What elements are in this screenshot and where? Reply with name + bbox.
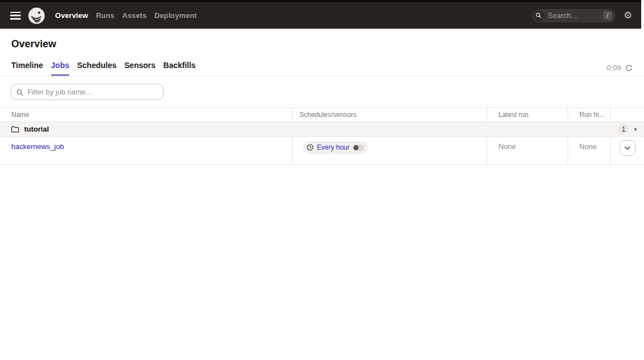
group-row-label: tutorial	[24, 125, 49, 133]
run-history-value: None	[579, 142, 597, 151]
settings-gear-icon[interactable]: ⚙	[624, 11, 632, 20]
chevron-down-icon	[624, 146, 631, 150]
filter-search-icon	[16, 88, 24, 98]
repo-group-row-tutorial[interactable]: tutorial 1 ▾	[0, 122, 644, 137]
job-name-cell: hackernews_job	[0, 137, 292, 164]
nav-item-overview[interactable]: Overview	[55, 11, 88, 20]
global-search[interactable]: /	[532, 9, 615, 22]
group-collapse-caret-icon[interactable]: ▾	[634, 127, 637, 132]
schedule-pill[interactable]: Every hour	[303, 141, 368, 154]
schedule-toggle-off[interactable]	[353, 145, 364, 151]
filter-by-job-name-input[interactable]	[11, 84, 164, 100]
hamburger-menu-icon[interactable]	[10, 12, 21, 20]
job-filter	[11, 84, 164, 100]
refresh-icon[interactable]	[625, 64, 633, 72]
column-header-actions	[610, 108, 644, 122]
table-row: hackernews_job Every hour None None	[0, 137, 644, 165]
toggle-knob	[353, 145, 359, 150]
job-schedule-cell: Every hour	[292, 137, 487, 164]
refresh-countdown-value: 0:09	[607, 64, 621, 72]
job-actions-dropdown-button[interactable]	[620, 140, 636, 156]
run-history-cell: None	[568, 137, 610, 164]
nav-item-assets[interactable]: Assets	[123, 11, 147, 20]
latest-run-value: None	[498, 142, 516, 151]
refresh-countdown: 0:09	[607, 64, 633, 76]
search-shortcut-badge: /	[604, 11, 612, 20]
top-navigation-bar: Overview Runs Assets Deployment / ⚙	[0, 0, 641, 29]
job-actions-cell	[610, 137, 644, 164]
main-nav: Overview Runs Assets Deployment	[55, 11, 197, 20]
column-header-run-history: Run hi...	[568, 108, 610, 122]
nav-item-deployment[interactable]: Deployment	[155, 11, 197, 20]
clock-icon	[307, 144, 314, 151]
overview-tabs: Timeline Jobs Schedules Sensors Backfill…	[0, 57, 644, 76]
latest-run-cell: None	[487, 137, 568, 164]
folder-icon	[11, 126, 19, 133]
page-title: Overview	[11, 38, 633, 50]
jobs-table-header: Name Schedules/sensors Latest run Run hi…	[0, 108, 644, 122]
column-header-name: Name	[0, 108, 292, 122]
tab-timeline[interactable]: Timeline	[11, 57, 43, 76]
tab-jobs[interactable]: Jobs	[51, 57, 70, 76]
dagster-logo-icon[interactable]	[28, 7, 45, 24]
search-input[interactable]	[548, 11, 594, 20]
column-header-latest-run: Latest run	[487, 108, 568, 122]
tab-sensors[interactable]: Sensors	[124, 57, 155, 76]
schedule-pill-label: Every hour	[317, 143, 350, 151]
search-icon	[533, 10, 545, 21]
jobs-table: Name Schedules/sensors Latest run Run hi…	[0, 107, 644, 165]
job-link-hackernews-job[interactable]: hackernews_job	[11, 142, 64, 151]
column-header-schedules-sensors: Schedules/sensors	[292, 108, 487, 122]
nav-item-runs[interactable]: Runs	[96, 11, 115, 20]
group-job-count-badge: 1	[618, 124, 628, 134]
tab-schedules[interactable]: Schedules	[77, 57, 116, 76]
tab-backfills[interactable]: Backfills	[164, 57, 196, 76]
